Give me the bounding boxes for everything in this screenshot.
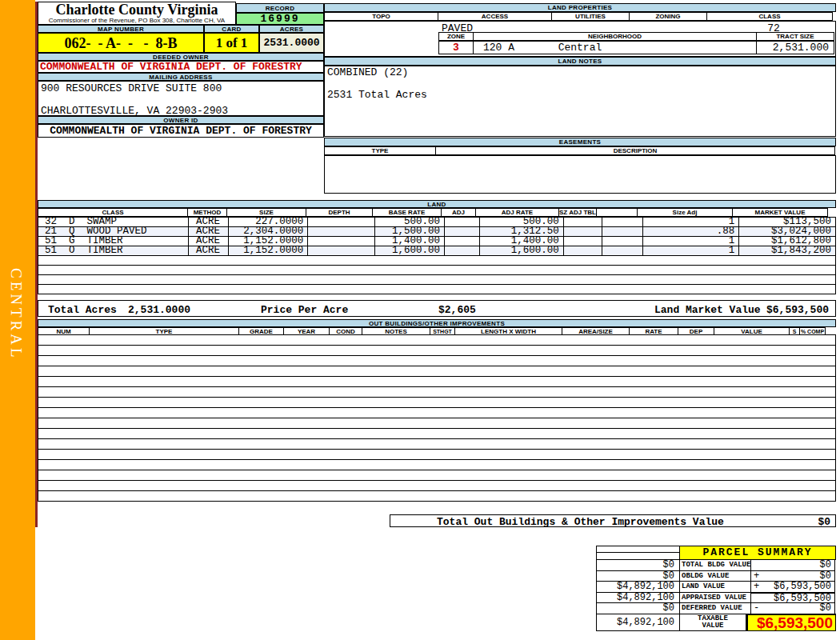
land-size-adj-header: Size Adj: [637, 208, 733, 217]
deeded-owner-label: DEEDED OWNER: [38, 53, 324, 61]
acres-label: ACRES: [259, 25, 324, 33]
land-market-value: $6,593,500: [766, 304, 829, 316]
parcel-summary: PARCEL SUMMARY $0 TOTAL BLDG VALUE $0 $0…: [596, 546, 837, 631]
summary-row-deferred: $0 DEFERRED VALUE -$0: [596, 602, 837, 614]
land-blank-header: [596, 208, 638, 217]
address-line-1: 900 RESOURCES DRIVE SUITE 800: [38, 82, 323, 94]
land-notes-title: LAND NOTES: [324, 57, 836, 66]
map-number-value: 062- - A- - - 8-B: [38, 33, 204, 53]
land-sz-adj-tbl-header: SZ ADJ TBL: [558, 208, 597, 217]
county-title: Charlotte County Virginia: [38, 2, 235, 18]
deeded-owner-value: COMMONWEALTH OF VIRGINIA DEPT. OF FOREST…: [38, 61, 324, 73]
tract-size-header: TRACT SIZE: [756, 32, 834, 41]
land-depth-header: DEPTH: [306, 208, 373, 217]
access-header: ACCESS: [438, 12, 552, 21]
zone-neighborhood-values: 3 120 A Central 2,531.000: [438, 41, 834, 54]
land-properties-headers: TOPO ACCESS UTILITIES ZONING CLASS: [324, 12, 833, 21]
mailing-address-label: MAILING ADDRESS: [38, 73, 324, 81]
ob-empty-row: [38, 480, 836, 491]
zone-value: 3: [438, 41, 474, 54]
land-row-2: 21 Q WOOD PAVEDACRE2,304.00001,500.001,3…: [38, 226, 836, 237]
map-number-label: MAP NUMBER: [38, 25, 204, 33]
zone-header: ZONE: [438, 32, 474, 41]
mailing-address-box: 900 RESOURCES DRIVE SUITE 800 CHARLOTTES…: [38, 81, 324, 116]
land-note-line-1: COMBINED (22): [325, 66, 835, 78]
tract-size-value: 2,531.000: [756, 41, 834, 54]
commissioner-line: Commissioner of the Revenue, PO Box 308,…: [38, 18, 235, 24]
record-label: RECORD: [236, 3, 324, 13]
land-notes-box: COMBINED (22) 2531 Total Acres: [324, 66, 836, 137]
out-buildings-total-row: Total Out Buildings & Other Improvements…: [390, 514, 836, 527]
out-buildings-title: OUT BUILDINGS/OTHER IMPROVEMENTS: [38, 319, 836, 327]
total-acres-label: Total Acres: [48, 304, 117, 316]
summary-row-total-bldg: $0 TOTAL BLDG VALUE $0: [596, 559, 837, 571]
ob-empty-row: [38, 418, 836, 429]
ob-empty-row: [38, 355, 836, 366]
zoning-header: ZONING: [629, 12, 707, 21]
ob-empty-row: [38, 438, 836, 450]
easement-type-header: TYPE: [324, 146, 436, 155]
easements-title: EASEMENTS: [324, 138, 836, 146]
ob-empty-row: [38, 459, 836, 470]
topo-header: TOPO: [324, 12, 438, 21]
land-class-header: CLASS: [38, 208, 188, 217]
land-adj-header: ADJ: [441, 208, 476, 217]
land-table-headers: CLASS METHOD SIZE DEPTH BASE RATE ADJ AD…: [38, 208, 828, 217]
land-adj-rate-header: ADJ RATE: [475, 208, 559, 217]
summary-row-taxable: $4,892,100 TAXABLE VALUE $6,593,500: [596, 614, 837, 631]
land-table-rows: 32 D SWAMPACRE227.0000500.00500.001$113,…: [38, 217, 836, 294]
neighborhood-code: 120 A: [483, 42, 514, 54]
owner-id-label: OWNER ID: [38, 116, 324, 124]
land-totals-row: Total Acres 2,531.0000 Price Per Acre $2…: [38, 300, 836, 317]
land-method-header: METHOD: [187, 208, 227, 217]
easements-box: [324, 155, 836, 194]
land-row-1: 32 D SWAMPACRE227.0000500.00500.001$113,…: [38, 217, 836, 227]
land-section-title: LAND: [38, 200, 836, 208]
land-market-value-header: MARKET VALUE: [732, 208, 828, 217]
ob-empty-row: [38, 470, 836, 481]
land-row-3: 51 G TIMBERACRE1,152.00001,400.001,400.0…: [38, 236, 836, 246]
land-properties-title: LAND PROPERTIES: [324, 3, 836, 12]
land-note-line-2: 2531 Total Acres: [325, 78, 835, 101]
parcel-summary-header-row: PARCEL SUMMARY: [596, 546, 837, 560]
class-header: CLASS: [706, 12, 833, 21]
card-value: 1 of 1: [204, 33, 259, 53]
acres-value: 2531.0000: [259, 33, 324, 53]
ob-empty-row: [38, 407, 836, 418]
taxable-value-label: TAXABLE VALUE: [679, 614, 746, 631]
summary-row-land: $4,892,100 LAND VALUE +$6,593,500: [596, 581, 837, 593]
county-header-box: Charlotte County Virginia Commissioner o…: [38, 2, 236, 25]
card-label: CARD: [204, 25, 259, 33]
land-base-rate-header: BASE RATE: [372, 208, 442, 217]
land-size-header: SIZE: [226, 208, 306, 217]
ob-empty-row: [38, 376, 836, 387]
land-market-value-label: Land Market Value: [654, 304, 761, 316]
out-buildings-total-value: $0: [818, 516, 830, 528]
summary-row-appraised: $4,892,100 APPRAISED VALUE $6,593,500: [596, 592, 837, 604]
district-banner-text: CENTRAL: [7, 268, 25, 361]
price-per-acre-label: Price Per Acre: [261, 304, 348, 316]
ob-empty-row: [38, 345, 836, 356]
taxable-value: $6,593,500: [746, 614, 836, 631]
land-row-4: 51 O TIMBERACRE1,152.00001,600.001,600.0…: [38, 246, 836, 256]
ob-empty-row: [38, 428, 836, 439]
easement-description-header: DESCRIPTION: [435, 146, 835, 155]
taxable-prev-value: $4,892,100: [596, 614, 680, 631]
neighborhood-name: Central: [558, 42, 602, 54]
ob-empty-row: [38, 334, 836, 346]
property-record-card: CENTRAL Charlotte County Virginia Commis…: [0, 0, 840, 640]
price-per-acre-value: $2,605: [438, 304, 476, 316]
owner-id-value: COMMONWEALTH OF VIRGINIA DEPT. OF FOREST…: [38, 124, 324, 138]
district-sidebar: CENTRAL: [0, 0, 35, 640]
ob-empty-row: [38, 397, 836, 408]
utilities-header: UTILITIES: [551, 12, 630, 21]
summary-row-obldg: $0 OBLDG VALUE +$0: [596, 570, 837, 582]
zone-neighborhood-headers: ZONE NEIGHBORHOOD TRACT SIZE: [438, 32, 834, 41]
out-buildings-total-label: Total Out Buildings & Other Improvements…: [437, 516, 724, 528]
parcel-summary-header-spacer: [596, 546, 680, 560]
ob-empty-row: [38, 386, 836, 398]
out-buildings-rows: [38, 335, 836, 502]
ob-empty-row: [38, 366, 836, 377]
easements-headers: TYPE DESCRIPTION: [324, 146, 835, 155]
record-value: 16999: [236, 13, 324, 25]
